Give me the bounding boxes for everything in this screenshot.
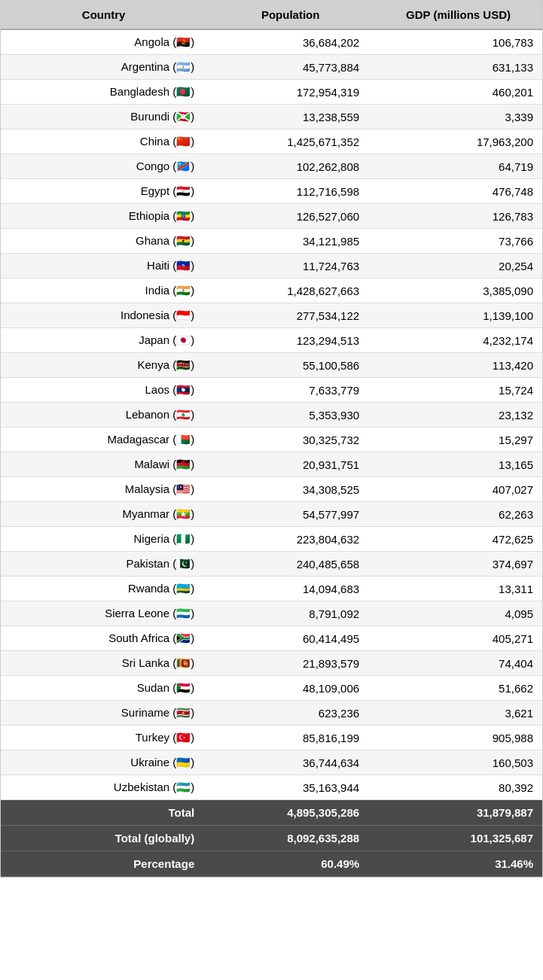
- cell-country: Sri Lanka (🇱🇰): [1, 651, 206, 676]
- table-row: Suriname (🇸🇷)623,2363,621: [1, 701, 542, 726]
- col-header-population: Population: [206, 1, 374, 29]
- cell-population: 20,931,751: [206, 452, 374, 477]
- main-table-container: Country Population GDP (millions USD) An…: [0, 0, 543, 878]
- cell-country: Burundi (🇧🇮): [1, 105, 206, 129]
- footer-row: Percentage60.49%31.46%: [1, 851, 542, 877]
- cell-population: 623,236: [206, 701, 374, 726]
- cell-gdp: 17,963,200: [374, 129, 542, 154]
- footer-gdp: 101,325,687: [374, 826, 542, 851]
- footer-label: Percentage: [1, 851, 206, 877]
- table-row: Angola (🇦🇴)36,684,202106,783: [1, 29, 542, 55]
- cell-country: Angola (🇦🇴): [1, 29, 206, 55]
- cell-country: Suriname (🇸🇷): [1, 701, 206, 726]
- cell-population: 21,893,579: [206, 651, 374, 676]
- cell-gdp: 476,748: [374, 179, 542, 204]
- footer-population: 60.49%: [206, 851, 374, 877]
- cell-gdp: 13,165: [374, 452, 542, 477]
- cell-gdp: 62,263: [374, 502, 542, 527]
- cell-gdp: 4,232,174: [374, 328, 542, 353]
- cell-population: 34,308,525: [206, 477, 374, 502]
- table-row: Sri Lanka (🇱🇰)21,893,57974,404: [1, 651, 542, 676]
- col-header-country: Country: [1, 1, 206, 29]
- cell-gdp: 64,719: [374, 154, 542, 179]
- cell-country: Argentina (🇦🇷): [1, 55, 206, 80]
- table-row: Lebanon (🇱🇧)5,353,93023,132: [1, 403, 542, 428]
- table-row: Ukraine (🇺🇦)36,744,634160,503: [1, 750, 542, 775]
- table-row: China (🇨🇳)1,425,671,35217,963,200: [1, 129, 542, 154]
- table-row: Ethiopia (🇪🇹)126,527,060126,783: [1, 204, 542, 229]
- cell-gdp: 3,621: [374, 701, 542, 726]
- cell-gdp: 15,297: [374, 428, 542, 452]
- cell-gdp: 113,420: [374, 353, 542, 378]
- cell-country: Uzbekistan (🇺🇿): [1, 775, 206, 800]
- table-row: Rwanda (🇷🇼)14,094,68313,311: [1, 577, 542, 601]
- cell-gdp: 905,988: [374, 726, 542, 750]
- cell-gdp: 20,254: [374, 254, 542, 278]
- cell-country: Ethiopia (🇪🇹): [1, 204, 206, 229]
- cell-population: 8,791,092: [206, 601, 374, 626]
- cell-population: 126,527,060: [206, 204, 374, 229]
- cell-gdp: 472,625: [374, 527, 542, 552]
- cell-population: 1,428,627,663: [206, 278, 374, 303]
- cell-population: 14,094,683: [206, 577, 374, 601]
- cell-gdp: 1,139,100: [374, 303, 542, 328]
- cell-gdp: 106,783: [374, 29, 542, 55]
- cell-country: Bangladesh (🇧🇩): [1, 80, 206, 105]
- cell-population: 223,804,632: [206, 527, 374, 552]
- col-header-gdp: GDP (millions USD): [374, 1, 542, 29]
- cell-gdp: 4,095: [374, 601, 542, 626]
- cell-population: 45,773,884: [206, 55, 374, 80]
- table-row: Burundi (🇧🇮)13,238,5593,339: [1, 105, 542, 129]
- table-row: Congo (🇨🇩)102,262,80864,719: [1, 154, 542, 179]
- table-row: Malaysia (🇲🇾)34,308,525407,027: [1, 477, 542, 502]
- cell-gdp: 3,339: [374, 105, 542, 129]
- table-header-row: Country Population GDP (millions USD): [1, 1, 542, 29]
- cell-country: Ukraine (🇺🇦): [1, 750, 206, 775]
- cell-population: 1,425,671,352: [206, 129, 374, 154]
- table-row: Turkey (🇹🇷)85,816,199905,988: [1, 726, 542, 750]
- table-row: Kenya (🇰🇪)55,100,586113,420: [1, 353, 542, 378]
- cell-country: Kenya (🇰🇪): [1, 353, 206, 378]
- cell-country: Egypt (🇪🇬): [1, 179, 206, 204]
- cell-population: 13,238,559: [206, 105, 374, 129]
- cell-population: 48,109,006: [206, 676, 374, 701]
- table-row: Laos (🇱🇦)7,633,77915,724: [1, 378, 542, 403]
- cell-gdp: 73,766: [374, 229, 542, 254]
- cell-gdp: 631,133: [374, 55, 542, 80]
- cell-country: Congo (🇨🇩): [1, 154, 206, 179]
- cell-country: Haiti (🇭🇹): [1, 254, 206, 278]
- cell-population: 35,163,944: [206, 775, 374, 800]
- cell-country: South Africa (🇿🇦): [1, 626, 206, 651]
- cell-population: 54,577,997: [206, 502, 374, 527]
- cell-gdp: 80,392: [374, 775, 542, 800]
- cell-gdp: 15,724: [374, 378, 542, 403]
- cell-gdp: 407,027: [374, 477, 542, 502]
- cell-country: Nigeria (🇳🇬): [1, 527, 206, 552]
- cell-population: 55,100,586: [206, 353, 374, 378]
- cell-gdp: 3,385,090: [374, 278, 542, 303]
- cell-gdp: 126,783: [374, 204, 542, 229]
- cell-gdp: 160,503: [374, 750, 542, 775]
- cell-country: Pakistan (🇵🇰): [1, 552, 206, 577]
- table-row: Ghana (🇬🇭)34,121,98573,766: [1, 229, 542, 254]
- table-row: Uzbekistan (🇺🇿)35,163,94480,392: [1, 775, 542, 800]
- table-row: Pakistan (🇵🇰)240,485,658374,697: [1, 552, 542, 577]
- cell-population: 11,724,763: [206, 254, 374, 278]
- table-row: India (🇮🇳)1,428,627,6633,385,090: [1, 278, 542, 303]
- cell-country: Madagascar (🇲🇬): [1, 428, 206, 452]
- footer-label: Total (globally): [1, 826, 206, 851]
- cell-population: 277,534,122: [206, 303, 374, 328]
- footer-row: Total4,895,305,28631,879,887: [1, 800, 542, 826]
- footer-population: 8,092,635,288: [206, 826, 374, 851]
- data-table: Country Population GDP (millions USD) An…: [1, 1, 542, 877]
- cell-population: 123,294,513: [206, 328, 374, 353]
- cell-gdp: 374,697: [374, 552, 542, 577]
- cell-country: Sierra Leone (🇸🇱): [1, 601, 206, 626]
- cell-population: 85,816,199: [206, 726, 374, 750]
- cell-population: 30,325,732: [206, 428, 374, 452]
- cell-population: 7,633,779: [206, 378, 374, 403]
- cell-country: Japan (🇯🇵): [1, 328, 206, 353]
- cell-population: 5,353,930: [206, 403, 374, 428]
- footer-row: Total (globally)8,092,635,288101,325,687: [1, 826, 542, 851]
- cell-country: Rwanda (🇷🇼): [1, 577, 206, 601]
